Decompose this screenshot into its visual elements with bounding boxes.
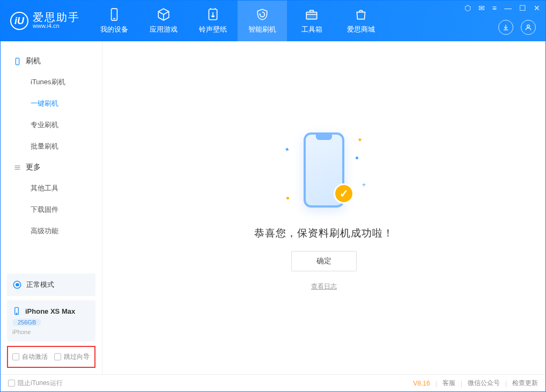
- update-link[interactable]: 检查更新: [512, 379, 538, 388]
- sidebar: 刷机 iTunes刷机 一键刷机 专业刷机 批量刷机 更多 其他工具 下载固件 …: [1, 41, 102, 374]
- tab-toolbox[interactable]: 工具箱: [287, 1, 336, 41]
- sidebar-item-firmware[interactable]: 下载固件: [1, 199, 102, 220]
- support-link[interactable]: 客服: [442, 379, 455, 388]
- tab-label: 我的设备: [100, 25, 128, 34]
- logo-icon: iU: [10, 12, 28, 30]
- checkbox-skip-guide[interactable]: 跳过向导: [54, 352, 90, 361]
- checkmark-badge-icon: ✓: [334, 183, 354, 204]
- checkbox-icon: [54, 353, 61, 360]
- tshirt-icon[interactable]: ⬡: [464, 4, 471, 12]
- sidebar-item-pro[interactable]: 专业刷机: [1, 114, 102, 136]
- tab-label: 智能刷机: [248, 25, 276, 34]
- device-capacity: 256GB: [12, 319, 41, 326]
- app-name: 爱思助手: [33, 12, 80, 23]
- checkbox-label: 自动激活: [22, 352, 48, 361]
- section-label: 刷机: [26, 56, 41, 66]
- footer: 阻止iTunes运行 V8.16 | 客服 | 微信公众号 | 检查更新: [1, 374, 545, 391]
- ok-button[interactable]: 确定: [291, 251, 357, 271]
- section-label: 更多: [26, 162, 41, 172]
- checkbox-icon: [12, 353, 19, 360]
- tab-smart-flash[interactable]: 智能刷机: [238, 1, 287, 41]
- logo-area: iU 爱思助手 www.i4.cn: [1, 12, 90, 30]
- sidebar-item-itunes[interactable]: iTunes刷机: [1, 71, 102, 93]
- close-button[interactable]: ✕: [534, 4, 540, 12]
- svg-point-10: [16, 284, 19, 286]
- main-content: ✦ ✦ + ✓ 恭喜您，保资料刷机成功啦！ 确定 查看日志: [102, 41, 545, 374]
- checkbox-label: 跳过向导: [64, 352, 90, 361]
- device-name: iPhone XS Max: [25, 307, 75, 315]
- checkbox-label: 阻止iTunes运行: [18, 379, 63, 388]
- wechat-link[interactable]: 微信公众号: [468, 379, 500, 388]
- download-button[interactable]: [498, 20, 513, 35]
- user-button[interactable]: [521, 20, 536, 35]
- window-controls: ⬡ ✉ ≡ — ☐ ✕: [464, 4, 540, 12]
- dot-icon: [286, 197, 289, 199]
- app-url: www.i4.cn: [33, 23, 80, 29]
- mode-box[interactable]: 正常模式: [7, 273, 95, 296]
- spark-icon: ✦: [283, 145, 291, 154]
- success-message: 恭喜您，保资料刷机成功啦！: [254, 226, 394, 240]
- footer-right: V8.16 | 客服 | 微信公众号 | 检查更新: [413, 379, 538, 388]
- device-box[interactable]: iPhone XS Max 256GB iPhone: [7, 300, 95, 342]
- svg-rect-5: [16, 58, 19, 65]
- sidebar-item-other[interactable]: 其他工具: [1, 177, 102, 199]
- tab-ringtone[interactable]: 铃声壁纸: [188, 1, 238, 41]
- tab-label: 工具箱: [301, 25, 322, 34]
- feedback-icon[interactable]: ✉: [478, 4, 485, 12]
- version-label: V8.16: [413, 380, 430, 387]
- body: 刷机 iTunes刷机 一键刷机 专业刷机 批量刷机 更多 其他工具 下载固件 …: [1, 41, 545, 374]
- minimize-button[interactable]: —: [504, 4, 512, 12]
- success-illustration: ✦ ✦ + ✓: [270, 124, 378, 216]
- sidebar-item-oneclick[interactable]: 一键刷机: [1, 93, 102, 114]
- logo-text: 爱思助手 www.i4.cn: [33, 12, 80, 29]
- sidebar-item-advanced[interactable]: 高级功能: [1, 220, 102, 242]
- svg-point-4: [527, 25, 530, 27]
- dot-icon: [356, 157, 358, 159]
- sidebar-item-batch[interactable]: 批量刷机: [1, 136, 102, 157]
- main-tabs: 我的设备 应用游戏 铃声壁纸 智能刷机 工具箱 爱思商城: [90, 1, 386, 41]
- sidebar-section-flash: 刷机: [1, 51, 102, 71]
- options-highlight-box: 自动激活 跳过向导: [7, 346, 95, 368]
- tab-apps[interactable]: 应用游戏: [139, 1, 188, 41]
- menu-icon[interactable]: ≡: [492, 4, 497, 12]
- header: iU 爱思助手 www.i4.cn 我的设备 应用游戏 铃声壁纸 智能刷机 工具…: [1, 1, 545, 41]
- checkbox-auto-activate[interactable]: 自动激活: [12, 352, 48, 361]
- checkbox-block-itunes[interactable]: 阻止iTunes运行: [8, 379, 63, 388]
- tab-label: 应用游戏: [150, 25, 178, 34]
- view-log-link[interactable]: 查看日志: [311, 282, 337, 291]
- tab-my-device[interactable]: 我的设备: [90, 1, 139, 41]
- sidebar-section-more: 更多: [1, 157, 102, 177]
- svg-rect-3: [306, 12, 317, 19]
- tab-label: 爱思商城: [347, 25, 375, 34]
- spark-icon: +: [362, 181, 366, 189]
- tab-store[interactable]: 爱思商城: [336, 1, 386, 41]
- svg-point-12: [16, 313, 17, 314]
- spark-icon: ✦: [357, 136, 363, 144]
- header-actions: [498, 20, 536, 35]
- checkbox-icon: [8, 380, 15, 387]
- tab-label: 铃声壁纸: [199, 25, 227, 34]
- mode-label: 正常模式: [26, 280, 54, 290]
- device-type: iPhone: [12, 329, 90, 335]
- maximize-button[interactable]: ☐: [519, 4, 526, 12]
